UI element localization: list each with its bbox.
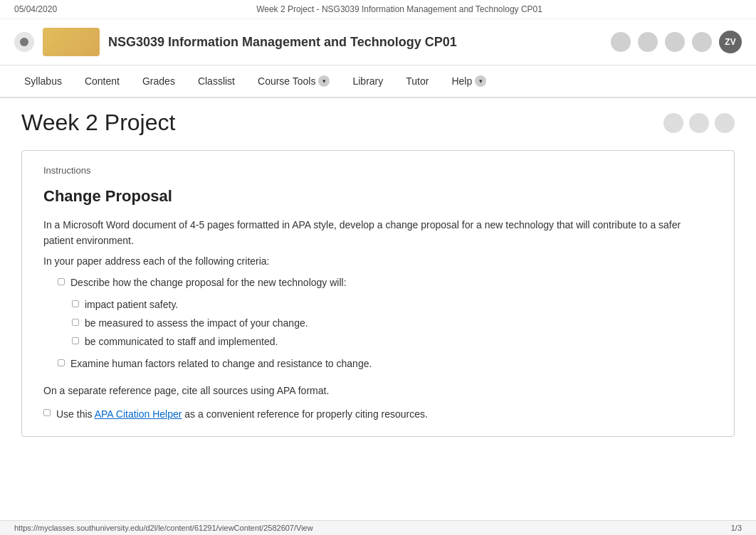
intro-text: In a Microsoft Word document of 4-5 page… <box>43 217 713 249</box>
window-title: Week 2 Project - NSG3039 Information Man… <box>256 4 542 14</box>
nav-grades[interactable]: Grades <box>132 65 185 97</box>
nav-course-tools[interactable]: Course Tools ▾ <box>248 65 340 97</box>
school-logo <box>43 28 100 56</box>
status-bar: https://myclasses.southuniversity.edu/d2… <box>0 520 756 535</box>
citation-checkbox <box>43 409 51 416</box>
list-item: be measured to assess the impact of your… <box>72 315 713 331</box>
citation-section: Use this APA Citation Helper as a conven… <box>43 406 713 422</box>
criteria-intro: In your paper address each of the follow… <box>43 253 713 269</box>
header-left: NSG3039 Information Management and Techn… <box>14 28 457 56</box>
page-title: Week 2 Project <box>21 110 175 136</box>
citation-text: Use this APA Citation Helper as a conven… <box>56 406 428 422</box>
list-item: Examine human factors related to change … <box>58 356 713 371</box>
bullet-list: Describe how the change proposal for the… <box>58 275 713 290</box>
sub-bullet-list: impact patient safety. be measured to as… <box>72 297 713 350</box>
apa-citation-helper-link[interactable]: APA Citation Helper <box>95 408 182 420</box>
status-url: https://myclasses.southuniversity.edu/d2… <box>14 524 313 532</box>
bookmark-icon[interactable] <box>663 113 683 133</box>
notification-icon[interactable] <box>611 32 631 52</box>
reference-text: On a separate reference page, cite all s… <box>43 383 713 398</box>
main-nav: Syllabus Content Grades Classlist Course… <box>0 65 756 98</box>
list-item: Describe how the change proposal for the… <box>58 275 713 290</box>
school-name: NSG3039 Information Management and Techn… <box>108 35 457 50</box>
header: NSG3039 Information Management and Techn… <box>0 19 756 65</box>
help-header-icon[interactable] <box>692 32 712 52</box>
content-area: Instructions Change Proposal In a Micros… <box>21 150 735 437</box>
more-icon[interactable] <box>715 113 735 133</box>
avatar[interactable]: ZV <box>719 31 742 53</box>
page-header-icons <box>663 113 735 133</box>
nav-tutor[interactable]: Tutor <box>396 65 439 97</box>
nav-syllabus[interactable]: Syllabus <box>14 65 72 97</box>
svg-point-0 <box>20 38 28 46</box>
header-right: ZV <box>611 31 742 53</box>
share-icon[interactable] <box>689 113 709 133</box>
page-header: Week 2 Project <box>0 98 756 143</box>
instructions-label: Instructions <box>43 165 713 176</box>
messages-icon[interactable] <box>638 32 658 52</box>
settings-icon[interactable] <box>665 32 685 52</box>
bullet-list-2: Examine human factors related to change … <box>58 356 713 371</box>
page-indicator: 1/3 <box>731 524 742 532</box>
top-bar: 05/04/2020 Week 2 Project - NSG3039 Info… <box>0 0 756 19</box>
nav-classlist[interactable]: Classlist <box>188 65 245 97</box>
date-display: 05/04/2020 <box>14 4 57 14</box>
nav-help[interactable]: Help ▾ <box>441 65 496 97</box>
help-dropdown-icon: ▾ <box>475 75 486 87</box>
home-icon[interactable] <box>14 32 34 52</box>
list-item: impact patient safety. <box>72 297 713 312</box>
list-item: be communicated to staff and implemented… <box>72 334 713 349</box>
nav-content[interactable]: Content <box>75 65 130 97</box>
section-title: Change Proposal <box>43 187 713 206</box>
nav-library[interactable]: Library <box>342 65 393 97</box>
course-tools-dropdown-icon: ▾ <box>318 75 330 87</box>
